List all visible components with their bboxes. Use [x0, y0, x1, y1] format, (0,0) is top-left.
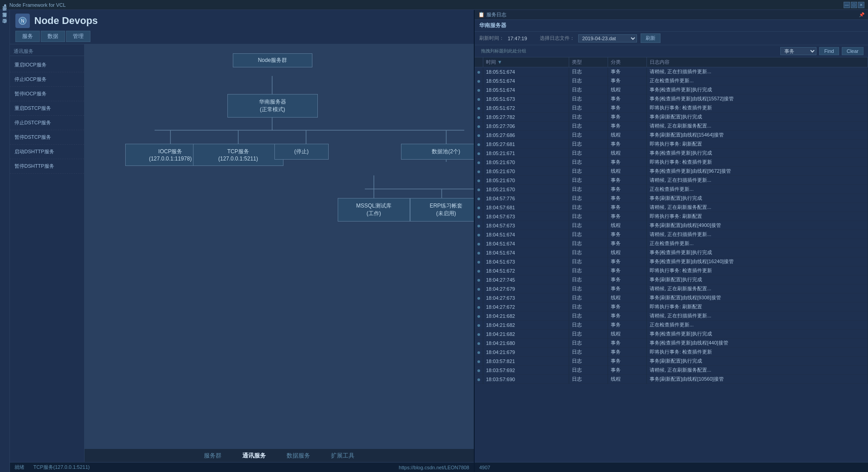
- log-footer: 4907: [475, 462, 868, 472]
- table-row: 18:05:51:673 日志 事务 事务[检查插件更新]由线程[15572]接…: [475, 94, 868, 104]
- tcp-info: TCP服务(127.0.0.1:5211): [33, 464, 90, 471]
- row-type: 日志: [569, 176, 608, 185]
- sidebar-icon-yunwei[interactable]: 运维平台: [0, 12, 9, 17]
- node-server[interactable]: 华南服务器 (正常模式): [227, 94, 318, 118]
- node-root[interactable]: Node服务群: [233, 53, 312, 67]
- row-type: 日志: [569, 104, 608, 113]
- nav-tab-manage[interactable]: 管理: [66, 31, 90, 42]
- panel-title-text: 服务日志: [486, 11, 506, 18]
- log-table: 时间 ▼ 类型 分类 日志内容 18:05:51:674 日志 事务 请稍候, …: [475, 57, 868, 384]
- table-row: 18:05:51:672 日志 事务 即将执行事务: 检查插件更新: [475, 104, 868, 113]
- row-time: 18:04:21:682: [483, 321, 569, 330]
- row-type: 日志: [569, 330, 608, 339]
- row-time: 18:04:21:682: [483, 330, 569, 339]
- cmd-restart-iocp[interactable]: 重启IOCP服务: [10, 58, 84, 72]
- node-mssql[interactable]: MSSQL测试库 (工作): [338, 198, 410, 222]
- log-server-label: 华南服务器: [479, 22, 506, 29]
- table-row: 18:04:57:776 日志 事务 事务[刷新配置]执行完成: [475, 194, 868, 203]
- row-content: 事务[刷新配置]由线程[9308]接管: [647, 293, 868, 302]
- row-type: 日志: [569, 113, 608, 122]
- node-erp[interactable]: ERP练习帐套 (未启用): [410, 198, 474, 222]
- right-panel: 📋 服务日志 📌 华南服务器 刷新时间： 17:47:19 选择日志文件： 20…: [475, 10, 868, 472]
- refresh-button[interactable]: 刷新: [641, 33, 660, 43]
- bottom-tabs: 服务群 通讯服务 数据服务 扩展工具: [85, 448, 474, 462]
- row-type: 日志: [569, 312, 608, 321]
- row-time: 18:05:21:670: [483, 158, 569, 167]
- table-row: 18:05:21:670 日志 事务 即将执行事务: 检查插件更新: [475, 158, 868, 167]
- sidebar-icon-jiankong[interactable]: 监控中心: [0, 24, 9, 30]
- row-type: 日志: [569, 94, 608, 104]
- app-title: Node Devops: [34, 15, 98, 27]
- tab-service-group[interactable]: 服务群: [200, 451, 225, 461]
- window-controls: — □ ✕: [844, 2, 864, 8]
- th-time[interactable]: 时间 ▼: [483, 57, 569, 67]
- table-row: 18:05:21:670 日志 线程 事务[检查插件更新]由线程[9672]接管: [475, 167, 868, 176]
- cmd-stop-iocp[interactable]: 停止IOCP服务: [10, 72, 84, 87]
- table-row: 18:03:57:690 日志 线程 事务[刷新配置]由线程[10560]接管: [475, 375, 868, 384]
- row-dot: [475, 221, 483, 230]
- row-type: 日志: [569, 339, 608, 348]
- tab-data-service[interactable]: 数据服务: [283, 451, 314, 461]
- row-time: 18:04:27:673: [483, 293, 569, 302]
- row-time: 18:04:27:672: [483, 302, 569, 312]
- maximize-btn[interactable]: □: [851, 2, 857, 8]
- row-time: 18:04:57:681: [483, 203, 569, 212]
- cmd-start-dshttp[interactable]: 启动DSHTTP服务: [10, 145, 84, 159]
- find-button[interactable]: Find: [819, 47, 839, 55]
- log-tbody: 18:05:51:674 日志 事务 请稍候, 正在扫描插件更新... 18:0…: [475, 67, 868, 384]
- tab-comms[interactable]: 通讯服务: [239, 451, 269, 461]
- row-dot: [475, 122, 483, 131]
- row-content: 请稍候, 正在扫描插件更新...: [647, 176, 868, 185]
- cmd-stop-dstcp[interactable]: 停止DSTCP服务: [10, 116, 84, 130]
- nav-tab-data[interactable]: 数据: [41, 31, 65, 42]
- node-stopped[interactable]: (停止): [274, 144, 329, 160]
- clear-button[interactable]: Clear: [842, 47, 863, 55]
- row-cat: 事务: [608, 76, 646, 85]
- row-cat: 事务: [608, 122, 646, 131]
- right-panel-header: 📋 服务日志 📌: [475, 10, 868, 20]
- row-cat: 事务: [608, 366, 646, 375]
- row-dot: [475, 330, 483, 339]
- row-cat: 事务: [608, 158, 646, 167]
- node-pool[interactable]: 数据池(2个): [401, 144, 474, 160]
- cmd-pause-iocp[interactable]: 暂停IOCP服务: [10, 87, 84, 101]
- pin-icon[interactable]: 📌: [859, 12, 864, 17]
- filter-hint: 拖拽列标题到此处分组: [479, 48, 778, 54]
- log-file-select[interactable]: 2019-04-23.dat: [578, 34, 637, 42]
- row-content: 正在检查插件更新...: [647, 239, 868, 248]
- row-content: 正在检查插件更新...: [647, 321, 868, 330]
- cmd-restart-dstcp[interactable]: 重启DSTCP服务: [10, 101, 84, 116]
- row-type: 日志: [569, 321, 608, 330]
- app-title-row: N Node Devops: [15, 14, 468, 28]
- row-time: 18:05:27:706: [483, 122, 569, 131]
- cmd-pause-dshttp[interactable]: 暂停DSHTTP服务: [10, 159, 84, 174]
- close-btn[interactable]: ✕: [858, 2, 864, 8]
- row-content: 事务[检查插件更新]执行完成: [647, 149, 868, 158]
- table-row: 18:05:21:671 日志 线程 事务[检查插件更新]执行完成: [475, 149, 868, 158]
- row-time: 18:05:51:674: [483, 85, 569, 94]
- nav-tab-service[interactable]: 服务: [15, 31, 40, 42]
- sidebar-icon-fuwu[interactable]: 服务配置: [0, 18, 9, 24]
- table-row: 18:03:57:821 日志 事务 事务[刷新配置]执行完成: [475, 357, 868, 366]
- row-type: 日志: [569, 167, 608, 176]
- tab-tools[interactable]: 扩展工具: [327, 451, 358, 461]
- th-cat: 分类: [608, 57, 646, 67]
- row-cat: 事务: [608, 67, 646, 76]
- node-tcp[interactable]: TCP服务 (127.0.0.1:5211): [193, 144, 283, 166]
- row-time: 18:04:51:674: [483, 239, 569, 248]
- cmd-pause-dstcp[interactable]: 暂停DSTCP服务: [10, 130, 84, 145]
- row-dot: [475, 203, 483, 212]
- log-table-container[interactable]: 时间 ▼ 类型 分类 日志内容 18:05:51:674 日志 事务 请稍候, …: [475, 57, 868, 462]
- row-dot: [475, 140, 483, 149]
- row-content: 即将执行事务: 刷新配置: [647, 212, 868, 221]
- row-content: 请稍候, 正在刷新服务配置...: [647, 284, 868, 293]
- diagram-wrapper: Node服务群 华南服务器 (正常模式) IOCP服务 (127.0.0.1:1…: [85, 44, 474, 448]
- row-cat: 事务: [608, 321, 646, 330]
- table-row: 18:04:51:674 日志 事务 请稍候, 正在扫描插件更新...: [475, 230, 868, 239]
- row-type: 日志: [569, 194, 608, 203]
- row-content: 即将执行事务: 检查插件更新: [647, 158, 868, 167]
- minimize-btn[interactable]: —: [844, 2, 850, 8]
- row-content: 请稍候, 正在刷新服务配置...: [647, 203, 868, 212]
- log-count: 4907: [479, 465, 490, 470]
- log-type-select[interactable]: 事务 日志 线程 错误: [780, 47, 816, 55]
